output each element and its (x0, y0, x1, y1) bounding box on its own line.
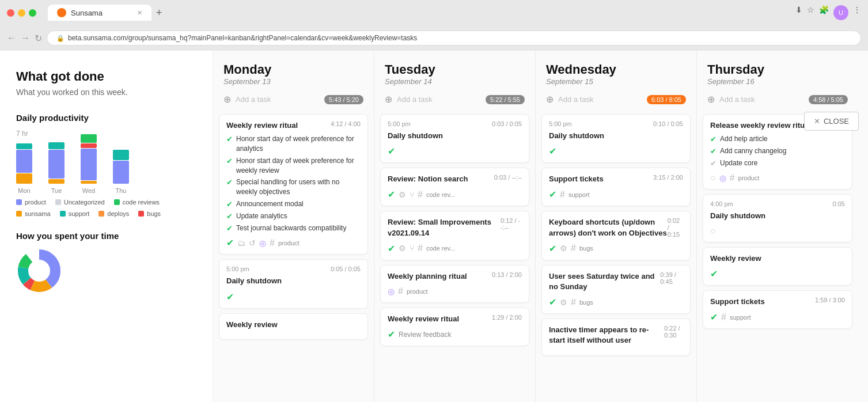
subtask-check-icon: ✔ (226, 135, 233, 143)
task-card-weekly-review-mon[interactable]: Weekly review (219, 313, 368, 340)
hash-icon: # (730, 173, 735, 183)
legend-color-sunsama (16, 211, 22, 217)
add-task-button-wednesday[interactable]: ⊕ (546, 94, 554, 105)
task-meta: ✔ ⚙ # bugs (549, 297, 683, 308)
repeat-icon[interactable]: ↺ (249, 238, 256, 248)
col-add-task-wednesday: ⊕ Add a task 6:03 / 8:05 (546, 92, 686, 107)
star-icon[interactable]: ☆ (807, 5, 814, 20)
time-badge-tuesday: 5:22 / 5:55 (486, 95, 525, 104)
task-card-inactive-timer[interactable]: Inactive timer appears to re-start itsel… (541, 318, 691, 355)
task-card-daily-shutdown-wed[interactable]: 5:00 pm 0:10 / 0:05 Daily shutdown ✔ (541, 114, 691, 163)
complete-check-icon: ✔ (549, 297, 556, 308)
task-card-weekly-review-tue[interactable]: Weekly review ritual 1:29 / 2:00 ✔ Revie… (380, 308, 529, 346)
task-tag: bugs (579, 299, 593, 306)
add-task-label-thursday: Add a task (719, 95, 804, 104)
subtask-check-icon: ✔ (226, 200, 233, 208)
task-card-weekly-planning[interactable]: Weekly planning ritual 0:13 / 2:00 ◎ # p… (380, 265, 529, 303)
task-title-release: Release weekly review ritual (710, 120, 811, 131)
back-button[interactable]: ← (7, 33, 16, 43)
new-tab-button[interactable]: + (156, 7, 162, 19)
subtask-item: ✔ Special handling for users with no wee… (226, 177, 361, 197)
complete-check-icon: ✔ (226, 291, 234, 302)
task-card-small-improvements[interactable]: Review: Small Improvements v2021.09.14 0… (380, 211, 529, 260)
subtask-text: Special handling for users with no weekl… (236, 177, 361, 197)
add-task-button-thursday[interactable]: ⊕ (707, 94, 715, 105)
task-time-label: 5:00 pm (549, 120, 572, 127)
github-icon[interactable]: ⚙ (399, 190, 406, 199)
task-card-daily-shutdown-mon[interactable]: 5:00 pm 0:05 / 0:05 Daily shutdown ✔ (219, 259, 368, 308)
col-header-wednesday: Wednesday September 15 ⊕ Add a task 6:03… (536, 51, 696, 114)
maximize-window-button[interactable] (29, 9, 36, 17)
bar-stack-tue (48, 142, 65, 184)
archive-icon[interactable]: 🗂 (237, 238, 245, 248)
task-card-header: Weekly review ritual 1:29 / 2:00 (388, 314, 522, 324)
task-card-notion-search[interactable]: Review: Notion search 0:03 / --:-- ✔ ⚙ ⑂… (380, 168, 529, 206)
hash-icon: # (270, 238, 275, 248)
url-bar[interactable]: 🔒 beta.sunsama.com/group/sunsama_hq?main… (47, 31, 861, 45)
task-time: 1:29 / 2:00 (492, 314, 522, 321)
forward-button[interactable]: → (21, 33, 30, 43)
complete-check-icon: ✔ (549, 243, 556, 254)
branch-icon[interactable]: ⑂ (410, 190, 414, 199)
hash-icon: # (560, 189, 565, 200)
legend-label-bugs: bugs (147, 210, 161, 217)
task-card-support-tickets[interactable]: Support tickets 3:15 / 2:00 ✔ # support (541, 168, 691, 206)
hash-icon: # (571, 243, 576, 253)
security-lock-icon: 🔒 (56, 35, 65, 42)
kanban-col-thursday: Thursday September 16 ⊕ Add a task 4:58 … (697, 51, 858, 402)
add-task-button-monday[interactable]: ⊕ (223, 94, 231, 105)
legend-color-support (60, 211, 66, 217)
bookmark-icon[interactable]: ⬇ (795, 5, 802, 20)
task-tag: product (738, 175, 760, 181)
task-title-support-tickets: Support tickets (549, 174, 604, 184)
task-card-support-tickets-thu[interactable]: Support tickets 1:59 / 3:00 ✔ # support (703, 290, 852, 329)
task-card-daily-shutdown-tue[interactable]: 5:00 pm 0:03 / 0:05 Daily shutdown ✔ (380, 114, 529, 163)
complete-check-icon: ✔ (388, 189, 395, 200)
task-time: 3:15 / 2:00 (653, 174, 683, 181)
menu-icon[interactable]: ⋮ (853, 5, 861, 20)
legend-color-code-reviews (114, 199, 120, 205)
active-tab[interactable]: Sunsama ✕ (48, 5, 151, 21)
col-date-wednesday: September 15 (546, 77, 686, 86)
legend-label-product: product (25, 199, 46, 206)
minimize-window-button[interactable] (18, 9, 25, 17)
target-icon[interactable]: ◎ (259, 238, 266, 248)
subtask-text: Honor start day of week preference for a… (236, 134, 361, 154)
subtask-item: ✔ Honor start day of week preference for… (226, 134, 361, 154)
purple-circle-icon: ◎ (388, 287, 395, 296)
task-card-keyboard-shortcuts[interactable]: Keyboard shortcuts (up/down arrows) don'… (541, 211, 691, 260)
branch-icon[interactable]: ⑂ (410, 244, 414, 253)
task-title-weekly-review-thu: Weekly review (710, 253, 845, 264)
task-card-saturday-bug[interactable]: User sees Saturday twice and no Sunday 0… (541, 265, 691, 314)
col-date-monday: September 13 (223, 77, 363, 86)
col-add-task-tuesday: ⊕ Add a task 5:22 / 5:55 (385, 92, 525, 107)
task-meta: ✔ # support (549, 189, 683, 200)
time-spent-title: How you spent your time (16, 231, 196, 241)
task-card-weekly-review-thu[interactable]: Weekly review ✔ (703, 247, 852, 286)
add-task-button-tuesday[interactable]: ⊕ (385, 94, 392, 105)
subtask-check-icon: ✔ (710, 147, 717, 156)
task-card-weekly-review-ritual[interactable]: Weekly review ritual 4:12 / 4:00 ✔ Honor… (219, 114, 368, 255)
subtask-text: Add canny changelog (720, 146, 786, 156)
tab-close-button[interactable]: ✕ (137, 9, 142, 17)
subtask-text: Announcement modal (236, 199, 304, 209)
github-icon[interactable]: ⚙ (399, 244, 406, 253)
task-card-header: 5:00 pm 0:05 / 0:05 (226, 266, 361, 272)
user-avatar[interactable]: U (833, 5, 848, 20)
task-tag: code rev... (426, 245, 456, 252)
extensions-icon[interactable]: 🧩 (819, 5, 829, 20)
close-button[interactable]: ✕ CLOSE (804, 112, 859, 131)
refresh-button[interactable]: ↻ (35, 33, 42, 44)
bar-group-mon: Mon (16, 143, 32, 194)
bar-segment (16, 173, 32, 184)
daily-productivity-chart: Mon Tue Wed (16, 142, 196, 194)
github-icon[interactable]: ⚙ (560, 298, 567, 307)
col-content-wednesday: 5:00 pm 0:10 / 0:05 Daily shutdown ✔ Sup… (536, 114, 696, 370)
target-icon[interactable]: ◎ (719, 173, 726, 183)
task-card-daily-shutdown-thu[interactable]: 4:00 pm 0:05 Daily shutdown ○ (703, 194, 852, 242)
close-window-button[interactable] (7, 9, 14, 17)
github-icon[interactable]: ⚙ (560, 244, 567, 253)
time-badge-thursday: 4:58 / 5:05 (809, 95, 848, 104)
task-tag: support (568, 191, 590, 198)
col-day-thursday: Thursday (707, 62, 848, 77)
